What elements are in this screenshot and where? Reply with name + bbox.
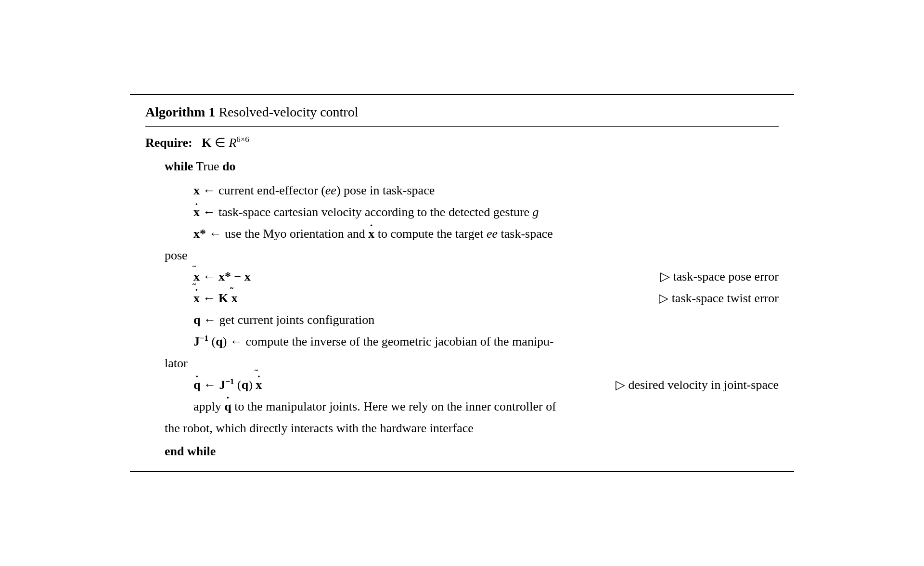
line-qdot: q ˙ ← J−1 (q) x ̃ ˙ ▷ desired velocity i… — [145, 375, 779, 396]
xstar-pose: pose — [165, 248, 188, 262]
apply-text3: the robot, which directly interacts with… — [165, 421, 474, 435]
line-jacobian-cont: lator — [145, 353, 779, 374]
xtilde-rest: ← — [203, 270, 219, 283]
qdot-arrow: ← — [204, 378, 219, 392]
require-r: R — [229, 136, 236, 150]
arrow1b: ) pose in task-space — [336, 183, 435, 197]
while-keyword: while — [165, 159, 193, 173]
J2-paren2: ) — [248, 378, 253, 392]
comment-joint-velocity: ▷ desired velocity in joint-space — [596, 375, 779, 396]
J-var: J — [193, 334, 200, 348]
J-paren: ( — [212, 334, 216, 348]
require-in: ∈ — [215, 136, 229, 150]
while-condition: True — [193, 159, 222, 173]
xtilde2-var: x — [231, 288, 238, 309]
xtilde-eq: x ̃ ← x* − x — [193, 267, 251, 287]
line-xtilde: x ̃ ← x* − x ▷ task-space pose error — [145, 267, 779, 287]
apply-text1: apply — [193, 399, 224, 413]
J-arrow: ← compute the inverse of the geometric j… — [230, 334, 554, 348]
end-while-line: end while — [145, 442, 779, 461]
comment-pose-error: ▷ task-space pose error — [641, 267, 779, 287]
xstar-var: x — [193, 227, 200, 241]
line-q-joints: q ← get current joints configuration — [145, 310, 779, 331]
algorithm-label: Algorithm 1 — [145, 104, 215, 119]
q2-var: q — [216, 334, 222, 348]
J2-var: J — [219, 378, 225, 392]
require-space — [195, 136, 199, 150]
line-x-pose: x ← current end-effector (ee) pose in ta… — [145, 180, 779, 201]
xstar-star: * — [200, 227, 206, 241]
xstar-text1: ← use the Myo orientation and — [209, 227, 369, 241]
ee2-italic: ee — [487, 227, 498, 241]
xstar-text3: task-space — [498, 227, 553, 241]
ee-italic: ee — [325, 183, 336, 197]
xstar-text2: to compute the target — [378, 227, 487, 241]
xstar2-var: x — [218, 270, 225, 283]
line-jacobian: J−1 (q) ← compute the inverse of the geo… — [145, 332, 779, 352]
require-keyword: Require: — [145, 136, 192, 150]
while-line: while True do — [145, 157, 779, 176]
J-paren2: ) — [223, 334, 227, 348]
line-apply-cont: the robot, which directly interacts with… — [145, 418, 779, 439]
algorithm-body: x ← current end-effector (ee) pose in ta… — [145, 180, 779, 439]
q-text: ← get current joints configuration — [204, 313, 374, 327]
x-var: x — [193, 183, 200, 197]
q3-var: q — [242, 378, 248, 392]
x2-var: x — [244, 270, 251, 283]
do-keyword: do — [222, 159, 235, 173]
minus-sign: − — [234, 270, 244, 283]
line-xdot-velocity: x ˙ ← task-space cartesian velocity acco… — [145, 202, 779, 223]
line-xstar: x* ← use the Myo orientation and x ˙ to … — [145, 224, 779, 244]
require-k: K — [202, 136, 211, 150]
line-xstar-cont: pose — [145, 245, 779, 266]
algorithm-title-row: Algorithm 1 Resolved-velocity control — [145, 103, 779, 126]
J2-paren: ( — [237, 378, 242, 392]
line-apply: apply q ˙ to the manipulator joints. Her… — [145, 397, 779, 417]
line-xdottilde: x ̃ ˙ ← K x ̃ ▷ task-space twist error — [145, 288, 779, 309]
g-var: g — [533, 205, 539, 219]
K-var: K — [218, 291, 228, 305]
lator-text: lator — [165, 356, 188, 370]
comment-twist-error: ▷ task-space twist error — [640, 288, 779, 309]
arrow1: ← current end-effector ( — [203, 183, 325, 197]
J-inv-sup: −1 — [200, 334, 208, 343]
xdottilde-eq: x ̃ ˙ ← K x ̃ — [193, 288, 238, 309]
require-line: Require: K ∈ R6×6 — [145, 133, 779, 152]
xdot-text: ← task-space cartesian velocity accordin… — [203, 205, 533, 219]
algorithm-box: Algorithm 1 Resolved-velocity control Re… — [130, 94, 794, 472]
J2-inv-sup: −1 — [225, 377, 234, 386]
xdottilde-arrow: ← — [203, 291, 219, 305]
end-keyword: end while — [165, 444, 216, 458]
algorithm-title: Algorithm 1 Resolved-velocity control — [145, 103, 779, 121]
apply-text2: to the manipulator joints. Here we rely … — [234, 399, 556, 413]
q-var: q — [193, 313, 200, 327]
algorithm-title-rest: Resolved-velocity control — [215, 104, 358, 119]
require-superscript: 6×6 — [236, 135, 249, 144]
